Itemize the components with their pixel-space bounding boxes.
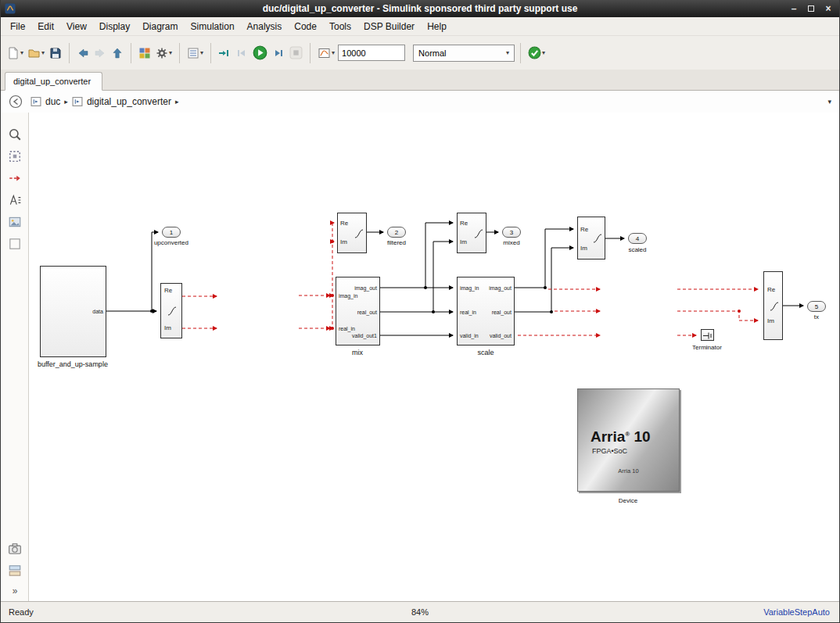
outport-number: 1 [170,229,173,236]
model-settings-button[interactable]: ▾ [185,45,205,62]
block-real-imag-to-complex-2[interactable]: Re Im [337,213,367,253]
step-forward-button[interactable] [271,45,286,62]
block-real-imag-to-complex-4[interactable]: Re Im [577,217,605,260]
library-browser-button[interactable] [137,45,153,62]
step-forward-icon [272,47,285,59]
port-label: data [92,309,103,314]
menu-diagram[interactable]: Diagram [136,19,184,34]
port-label: imag_in [339,293,358,299]
annotation-icon[interactable] [8,193,22,207]
block-mix[interactable]: imag_out imag_in real_out real_in valid_… [336,277,380,346]
breadcrumb-dropdown-icon[interactable]: ▾ [827,98,831,106]
port-label-re: Re [767,287,775,293]
open-model-button[interactable]: ▾ [27,45,46,62]
block-real-imag-to-complex-3[interactable]: Re Im [457,213,486,253]
menu-display[interactable]: Display [93,19,136,34]
breadcrumb-item-digital-up-converter[interactable]: digital_up_converter [87,96,171,107]
outport-1[interactable]: 1 [162,227,181,238]
forward-button[interactable] [92,45,108,62]
step-back-button[interactable] [234,45,249,62]
tab-bar: digital_up_converter [1,70,839,91]
new-model-button[interactable]: ▾ [5,45,25,62]
outport-4[interactable]: 4 [628,233,647,244]
breadcrumb-item-duc[interactable]: duc [45,96,60,107]
outport-number: 4 [636,235,639,242]
toolbar-separator [520,43,521,63]
block-complex-to-real-imag-1[interactable]: Re Im [160,283,182,338]
block-label: mix [352,349,363,356]
tab-digital-up-converter[interactable]: digital_up_converter [5,72,102,91]
minimize-button[interactable]: – [786,2,802,16]
menu-file[interactable]: File [4,19,31,34]
zoom-icon[interactable] [8,127,22,141]
up-arrow-icon [111,47,124,59]
run-icon [253,45,267,60]
menu-analysis[interactable]: Analysis [241,19,289,34]
block-real-imag-to-complex-5[interactable]: Re Im [763,271,783,340]
settings-list-icon [187,47,199,59]
port-label-re: Re [460,220,468,227]
zoom-level: 84% [411,607,429,617]
menu-view[interactable]: View [60,19,93,34]
block-scale[interactable]: imag_in imag_out real_in real_out valid_… [457,277,515,346]
solver-name[interactable]: VariableStepAuto [763,607,830,617]
model-canvas[interactable]: data buffer_and_up-sample Re Im 1 upconv… [29,113,839,601]
hide-browser-icon[interactable] [9,95,23,109]
menu-dsp-builder[interactable]: DSP Builder [357,19,421,34]
run-button[interactable] [251,43,269,63]
menu-simulation[interactable]: Simulation [185,19,241,34]
window-title: duc/digital_up_converter - Simulink spon… [263,3,578,14]
status-bar: Ready 84% VariableStepAuto [1,601,839,623]
menu-help[interactable]: Help [421,19,453,34]
stop-button[interactable] [288,44,304,62]
menu-edit[interactable]: Edit [31,19,60,34]
expand-palette-icon[interactable]: » [8,584,22,598]
scope-icon [318,47,331,59]
chevron-down-icon: ▾ [20,49,23,56]
outport-5[interactable]: 5 [807,301,826,312]
outport-3[interactable]: 3 [502,227,521,238]
signal-line-icon[interactable] [8,171,22,185]
save-button[interactable] [48,45,63,62]
menu-tools[interactable]: Tools [323,19,357,34]
breadcrumb: duc ▸ digital_up_converter ▸ ▾ [1,91,839,113]
simulation-stop-time-input[interactable] [338,45,405,61]
outport-2[interactable]: 2 [387,227,406,238]
transfer-curve-icon [770,302,779,311]
block-label: Terminator [692,344,722,351]
up-to-parent-button[interactable] [109,45,125,62]
model-advisor-button[interactable]: ▾ [526,44,547,62]
model-configuration-button[interactable]: ▾ [154,45,174,62]
port-label: valid_in [460,333,479,338]
maximize-button[interactable] [803,2,819,16]
title-bar: duc/digital_up_converter - Simulink spon… [1,0,839,17]
menu-code[interactable]: Code [288,19,323,34]
simulation-mode-select[interactable]: Normal ▾ [413,45,515,62]
back-button[interactable] [75,45,91,62]
legend-layers-icon[interactable] [8,564,22,578]
screenshot-camera-icon[interactable] [8,542,22,556]
block-device-arria10[interactable]: Arria® 10 FPGA•SoC Arria 10 [577,388,680,492]
toolbar-separator [131,43,131,63]
update-diagram-button[interactable] [217,45,232,62]
area-box-icon[interactable] [8,237,22,251]
port-label: valid_out1 [352,333,377,338]
breadcrumb-separator-icon: ▸ [64,98,68,106]
port-label-re: Re [164,288,172,294]
toolbar-separator [310,43,311,63]
block-terminator[interactable] [701,329,714,341]
port-label-im: Im [164,325,171,331]
close-button[interactable]: × [820,2,836,16]
forward-arrow-icon [94,47,106,59]
main-area: » [1,113,839,601]
data-inspector-button[interactable]: ▾ [316,45,336,62]
app-icon [5,3,16,14]
block-buffer-and-up-sample[interactable]: data [40,266,106,357]
transfer-curve-icon [593,234,602,243]
device-subtitle-text: FPGA•SoC [592,447,627,455]
toolbar-separator [179,43,180,63]
port-label-re: Re [580,227,588,233]
fit-to-view-icon[interactable] [8,149,22,163]
image-icon[interactable] [8,215,22,229]
simulation-mode-value: Normal [418,48,446,58]
